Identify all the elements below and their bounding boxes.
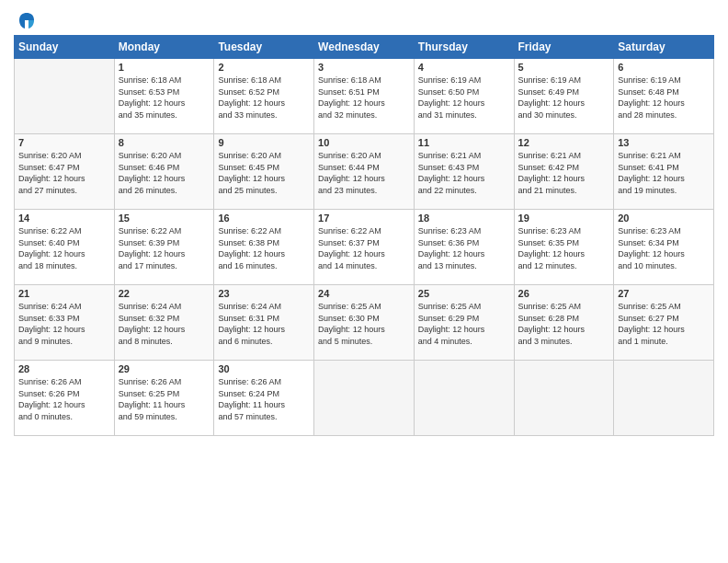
day-number: 27 xyxy=(618,288,710,299)
day-number: 30 xyxy=(218,363,310,374)
day-info: Sunrise: 6:18 AM Sunset: 6:53 PM Dayligh… xyxy=(119,75,210,121)
calendar-cell xyxy=(614,361,714,436)
page: SundayMondayTuesdayWednesdayThursdayFrid… xyxy=(0,0,728,563)
calendar-cell: 16Sunrise: 6:22 AM Sunset: 6:38 PM Dayli… xyxy=(214,210,314,285)
day-number: 28 xyxy=(18,363,110,374)
logo-icon xyxy=(16,9,38,31)
header xyxy=(14,9,714,28)
day-info: Sunrise: 6:21 AM Sunset: 6:41 PM Dayligh… xyxy=(618,150,710,196)
day-number: 1 xyxy=(119,62,210,73)
calendar-cell: 10Sunrise: 6:20 AM Sunset: 6:44 PM Dayli… xyxy=(314,134,415,210)
weekday-header-tuesday: Tuesday xyxy=(214,36,314,59)
week-row-2: 7Sunrise: 6:20 AM Sunset: 6:47 PM Daylig… xyxy=(15,134,714,210)
day-info: Sunrise: 6:22 AM Sunset: 6:40 PM Dayligh… xyxy=(18,225,110,271)
day-number: 11 xyxy=(418,137,510,148)
day-info: Sunrise: 6:25 AM Sunset: 6:28 PM Dayligh… xyxy=(518,301,610,347)
day-info: Sunrise: 6:26 AM Sunset: 6:25 PM Dayligh… xyxy=(119,376,210,422)
day-info: Sunrise: 6:25 AM Sunset: 6:27 PM Dayligh… xyxy=(618,301,710,347)
day-info: Sunrise: 6:26 AM Sunset: 6:24 PM Dayligh… xyxy=(218,376,310,422)
day-info: Sunrise: 6:19 AM Sunset: 6:50 PM Dayligh… xyxy=(418,75,510,121)
week-row-4: 21Sunrise: 6:24 AM Sunset: 6:33 PM Dayli… xyxy=(15,285,714,361)
calendar-cell: 8Sunrise: 6:20 AM Sunset: 6:46 PM Daylig… xyxy=(114,134,214,210)
calendar-cell: 30Sunrise: 6:26 AM Sunset: 6:24 PM Dayli… xyxy=(214,361,314,436)
week-row-5: 28Sunrise: 6:26 AM Sunset: 6:26 PM Dayli… xyxy=(15,361,714,436)
day-number: 29 xyxy=(119,363,210,374)
calendar-cell: 27Sunrise: 6:25 AM Sunset: 6:27 PM Dayli… xyxy=(614,285,714,361)
day-info: Sunrise: 6:23 AM Sunset: 6:36 PM Dayligh… xyxy=(418,225,510,271)
day-info: Sunrise: 6:21 AM Sunset: 6:43 PM Dayligh… xyxy=(418,150,510,196)
day-number: 21 xyxy=(18,288,110,299)
day-info: Sunrise: 6:20 AM Sunset: 6:46 PM Dayligh… xyxy=(119,150,210,196)
calendar-cell: 7Sunrise: 6:20 AM Sunset: 6:47 PM Daylig… xyxy=(15,134,115,210)
calendar-cell: 15Sunrise: 6:22 AM Sunset: 6:39 PM Dayli… xyxy=(114,210,214,285)
day-number: 3 xyxy=(318,62,410,73)
day-number: 18 xyxy=(418,213,510,224)
day-info: Sunrise: 6:20 AM Sunset: 6:47 PM Dayligh… xyxy=(18,150,110,196)
weekday-header-saturday: Saturday xyxy=(614,36,714,59)
calendar-cell: 23Sunrise: 6:24 AM Sunset: 6:31 PM Dayli… xyxy=(214,285,314,361)
calendar-cell: 28Sunrise: 6:26 AM Sunset: 6:26 PM Dayli… xyxy=(15,361,115,436)
calendar-cell: 17Sunrise: 6:22 AM Sunset: 6:37 PM Dayli… xyxy=(314,210,415,285)
day-number: 6 xyxy=(618,62,710,73)
day-number: 15 xyxy=(119,213,210,224)
day-number: 26 xyxy=(518,288,610,299)
day-info: Sunrise: 6:23 AM Sunset: 6:34 PM Dayligh… xyxy=(618,225,710,271)
day-info: Sunrise: 6:22 AM Sunset: 6:39 PM Dayligh… xyxy=(119,225,210,271)
weekday-header-row: SundayMondayTuesdayWednesdayThursdayFrid… xyxy=(15,36,714,59)
calendar-cell: 5Sunrise: 6:19 AM Sunset: 6:49 PM Daylig… xyxy=(514,59,614,134)
day-number: 22 xyxy=(119,288,210,299)
calendar-cell: 4Sunrise: 6:19 AM Sunset: 6:50 PM Daylig… xyxy=(414,59,514,134)
day-number: 4 xyxy=(418,62,510,73)
day-info: Sunrise: 6:24 AM Sunset: 6:33 PM Dayligh… xyxy=(18,301,110,347)
day-info: Sunrise: 6:23 AM Sunset: 6:35 PM Dayligh… xyxy=(518,225,610,271)
day-number: 20 xyxy=(618,213,710,224)
calendar-cell: 29Sunrise: 6:26 AM Sunset: 6:25 PM Dayli… xyxy=(114,361,214,436)
weekday-header-monday: Monday xyxy=(114,36,214,59)
calendar-cell xyxy=(15,59,115,134)
day-number: 13 xyxy=(618,137,710,148)
calendar-cell: 21Sunrise: 6:24 AM Sunset: 6:33 PM Dayli… xyxy=(15,285,115,361)
calendar-cell xyxy=(414,361,514,436)
day-number: 24 xyxy=(318,288,410,299)
calendar-table: SundayMondayTuesdayWednesdayThursdayFrid… xyxy=(14,35,714,436)
calendar-cell: 25Sunrise: 6:25 AM Sunset: 6:29 PM Dayli… xyxy=(414,285,514,361)
day-info: Sunrise: 6:24 AM Sunset: 6:32 PM Dayligh… xyxy=(119,301,210,347)
day-info: Sunrise: 6:18 AM Sunset: 6:52 PM Dayligh… xyxy=(218,75,310,121)
calendar-cell: 18Sunrise: 6:23 AM Sunset: 6:36 PM Dayli… xyxy=(414,210,514,285)
calendar-cell: 12Sunrise: 6:21 AM Sunset: 6:42 PM Dayli… xyxy=(514,134,614,210)
calendar-cell: 24Sunrise: 6:25 AM Sunset: 6:30 PM Dayli… xyxy=(314,285,415,361)
day-info: Sunrise: 6:24 AM Sunset: 6:31 PM Dayligh… xyxy=(218,301,310,347)
week-row-3: 14Sunrise: 6:22 AM Sunset: 6:40 PM Dayli… xyxy=(15,210,714,285)
day-number: 25 xyxy=(418,288,510,299)
day-info: Sunrise: 6:22 AM Sunset: 6:37 PM Dayligh… xyxy=(318,225,410,271)
calendar-cell: 14Sunrise: 6:22 AM Sunset: 6:40 PM Dayli… xyxy=(15,210,115,285)
day-info: Sunrise: 6:20 AM Sunset: 6:45 PM Dayligh… xyxy=(218,150,310,196)
day-info: Sunrise: 6:25 AM Sunset: 6:29 PM Dayligh… xyxy=(418,301,510,347)
day-number: 2 xyxy=(218,62,310,73)
day-number: 12 xyxy=(518,137,610,148)
calendar-cell: 9Sunrise: 6:20 AM Sunset: 6:45 PM Daylig… xyxy=(214,134,314,210)
calendar-cell: 26Sunrise: 6:25 AM Sunset: 6:28 PM Dayli… xyxy=(514,285,614,361)
day-number: 17 xyxy=(318,213,410,224)
day-info: Sunrise: 6:19 AM Sunset: 6:48 PM Dayligh… xyxy=(618,75,710,121)
weekday-header-friday: Friday xyxy=(514,36,614,59)
calendar-cell xyxy=(314,361,415,436)
weekday-header-thursday: Thursday xyxy=(414,36,514,59)
day-info: Sunrise: 6:19 AM Sunset: 6:49 PM Dayligh… xyxy=(518,75,610,121)
day-number: 19 xyxy=(518,213,610,224)
calendar-cell: 3Sunrise: 6:18 AM Sunset: 6:51 PM Daylig… xyxy=(314,59,415,134)
calendar-cell: 13Sunrise: 6:21 AM Sunset: 6:41 PM Dayli… xyxy=(614,134,714,210)
logo xyxy=(14,9,38,28)
calendar-cell: 1Sunrise: 6:18 AM Sunset: 6:53 PM Daylig… xyxy=(114,59,214,134)
calendar-cell: 6Sunrise: 6:19 AM Sunset: 6:48 PM Daylig… xyxy=(614,59,714,134)
calendar-cell: 11Sunrise: 6:21 AM Sunset: 6:43 PM Dayli… xyxy=(414,134,514,210)
day-info: Sunrise: 6:20 AM Sunset: 6:44 PM Dayligh… xyxy=(318,150,410,196)
day-number: 5 xyxy=(518,62,610,73)
week-row-1: 1Sunrise: 6:18 AM Sunset: 6:53 PM Daylig… xyxy=(15,59,714,134)
day-number: 14 xyxy=(18,213,110,224)
calendar-cell xyxy=(514,361,614,436)
day-number: 8 xyxy=(119,137,210,148)
day-number: 23 xyxy=(218,288,310,299)
day-number: 9 xyxy=(218,137,310,148)
day-info: Sunrise: 6:18 AM Sunset: 6:51 PM Dayligh… xyxy=(318,75,410,121)
